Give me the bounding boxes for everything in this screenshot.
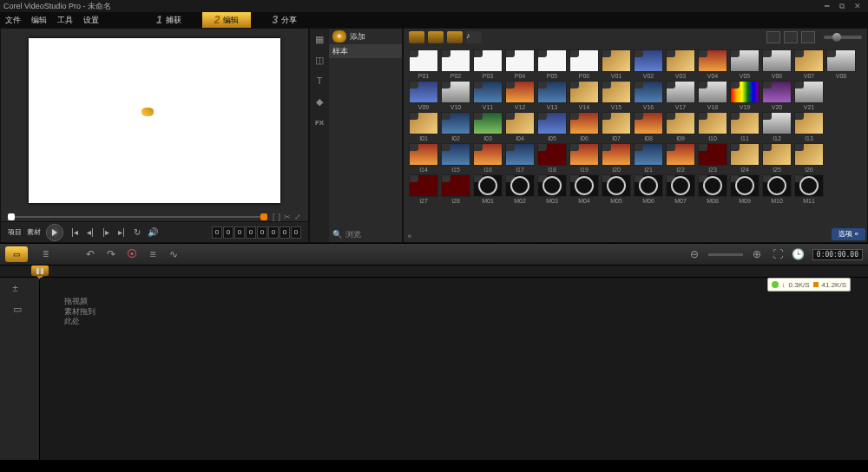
step-edit[interactable]: 2编辑	[202, 12, 252, 28]
library-thumb[interactable]: I10	[698, 112, 727, 141]
library-thumb[interactable]: I07	[602, 112, 631, 141]
library-thumb[interactable]: V16	[634, 81, 663, 110]
library-thumb[interactable]: V12	[505, 81, 535, 110]
mode-clip-label[interactable]: 素材	[27, 227, 41, 237]
library-thumb[interactable]: M05	[602, 174, 631, 204]
next-frame-button[interactable]: |▸	[100, 226, 112, 239]
folder-audio-button[interactable]: ♪	[466, 31, 482, 43]
browse-label[interactable]: 浏览	[345, 229, 361, 240]
library-thumb[interactable]: V04	[698, 49, 727, 79]
time-ruler[interactable]: ▮▮	[0, 266, 868, 278]
library-thumb[interactable]: V21	[794, 81, 824, 110]
library-thumb[interactable]: V19	[730, 81, 760, 110]
library-thumb[interactable]: V06	[762, 49, 792, 79]
mark-out-icon[interactable]: ]	[278, 213, 280, 221]
library-thumb[interactable]: I16	[473, 143, 503, 173]
menu-tools[interactable]: 工具	[57, 15, 73, 26]
library-thumb[interactable]: P01	[409, 49, 438, 79]
library-thumb[interactable]: I19	[569, 143, 599, 173]
prev-frame-button[interactable]: ◂|	[84, 226, 96, 239]
zoom-in-button[interactable]: ⊕	[750, 247, 764, 261]
add-button[interactable]: +	[332, 30, 346, 43]
library-thumb[interactable]: I04	[505, 112, 535, 141]
library-thumb[interactable]: V10	[441, 81, 470, 110]
library-thumb[interactable]: I02	[441, 112, 470, 141]
library-thumb[interactable]: I03	[473, 112, 503, 141]
volume-button[interactable]: 🔊	[147, 226, 159, 239]
library-thumb[interactable]: I23	[698, 143, 727, 173]
menu-edit[interactable]: 编辑	[31, 15, 47, 26]
library-thumb[interactable]: V20	[762, 81, 792, 110]
menu-file[interactable]: 文件	[5, 15, 21, 26]
library-thumb[interactable]: V01	[602, 49, 631, 79]
library-thumb[interactable]: M06	[634, 174, 663, 204]
mode-project-label[interactable]: 项目	[8, 227, 22, 237]
video-track-icon[interactable]: ▭	[13, 304, 27, 316]
maximize-button[interactable]: ⧉	[835, 1, 849, 11]
library-thumb[interactable]: M10	[762, 174, 792, 204]
minimize-button[interactable]: ━	[819, 1, 833, 11]
library-thumb[interactable]: I18	[537, 143, 567, 173]
audio-mixer-button[interactable]: ≡	[146, 247, 160, 261]
scrub-bar[interactable]	[8, 216, 267, 218]
collapse-panel-button[interactable]: «	[404, 230, 416, 242]
filter-tab-icon[interactable]: FX	[312, 115, 326, 129]
library-thumb[interactable]: I09	[666, 112, 695, 141]
library-thumb[interactable]: P06	[569, 49, 599, 79]
library-thumb[interactable]: V08	[826, 49, 856, 79]
library-thumb[interactable]: I14	[409, 143, 438, 173]
timecode-display[interactable]: 00000000	[212, 226, 301, 239]
preview-viewport[interactable]	[1, 29, 308, 213]
library-thumb[interactable]: M03	[537, 174, 567, 204]
library-thumb[interactable]: I12	[762, 112, 792, 141]
library-thumb[interactable]: M01	[473, 174, 503, 204]
mark-in-icon[interactable]: [	[273, 213, 275, 221]
library-thumb[interactable]: P04	[505, 49, 535, 79]
folder-video-button[interactable]	[428, 31, 444, 43]
thumb-size-slider[interactable]	[824, 36, 862, 39]
library-thumb[interactable]: V03	[666, 49, 695, 79]
library-thumb[interactable]: V18	[698, 81, 727, 110]
add-track-button[interactable]: ±	[13, 283, 27, 295]
fit-project-button[interactable]: ⛶	[771, 247, 785, 261]
library-thumb[interactable]: V05	[730, 49, 760, 79]
library-thumb[interactable]: M07	[666, 174, 695, 204]
timeline-view-tab[interactable]: ≣	[35, 246, 57, 262]
library-thumb[interactable]: I21	[634, 143, 663, 173]
folder-all-button[interactable]	[409, 31, 424, 43]
playhead[interactable]: ▮▮	[31, 266, 49, 276]
library-thumb[interactable]: I28	[441, 174, 470, 204]
options-button[interactable]: 选项	[832, 228, 865, 240]
library-thumb[interactable]: M08	[698, 174, 727, 204]
graphic-tab-icon[interactable]: ◆	[312, 95, 326, 108]
media-tab-icon[interactable]: ▦	[312, 32, 326, 46]
library-thumb[interactable]: M04	[569, 174, 599, 204]
title-tab-icon[interactable]: T	[312, 74, 326, 88]
library-thumb[interactable]: I17	[505, 143, 535, 173]
loop-button[interactable]: ↻	[131, 226, 143, 239]
list-view-button[interactable]	[766, 31, 780, 43]
library-thumb[interactable]: I25	[762, 143, 792, 173]
library-thumb[interactable]: V07	[794, 49, 824, 79]
library-thumb[interactable]: I15	[441, 143, 470, 173]
library-thumb[interactable]: I05	[537, 112, 567, 141]
library-thumb[interactable]: I11	[730, 112, 760, 141]
cut-icon[interactable]: ✂	[284, 213, 291, 221]
undo-button[interactable]: ↶	[83, 247, 97, 261]
transition-tab-icon[interactable]: ◫	[312, 53, 326, 67]
library-thumb[interactable]: I13	[794, 112, 824, 141]
library-thumb[interactable]: M11	[794, 174, 824, 204]
library-thumb[interactable]: I08	[634, 112, 663, 141]
library-thumb[interactable]: V15	[602, 81, 631, 110]
library-thumb[interactable]: V11	[473, 81, 503, 110]
redo-button[interactable]: ↷	[104, 247, 118, 261]
library-thumb[interactable]: I01	[409, 112, 438, 141]
record-button[interactable]: ⦿	[125, 247, 139, 261]
step-capture[interactable]: 1捕获	[144, 12, 194, 28]
zoom-slider[interactable]	[708, 253, 743, 256]
step-share[interactable]: 3分享	[260, 12, 309, 28]
library-thumb[interactable]: I22	[666, 143, 695, 173]
browse-icon[interactable]: 🔍	[332, 230, 342, 239]
track-area[interactable]: 拖视频 素材拖到 此处 ↓0.3K/S 41.2K/S	[40, 278, 868, 460]
go-start-button[interactable]: |◂	[69, 226, 81, 239]
